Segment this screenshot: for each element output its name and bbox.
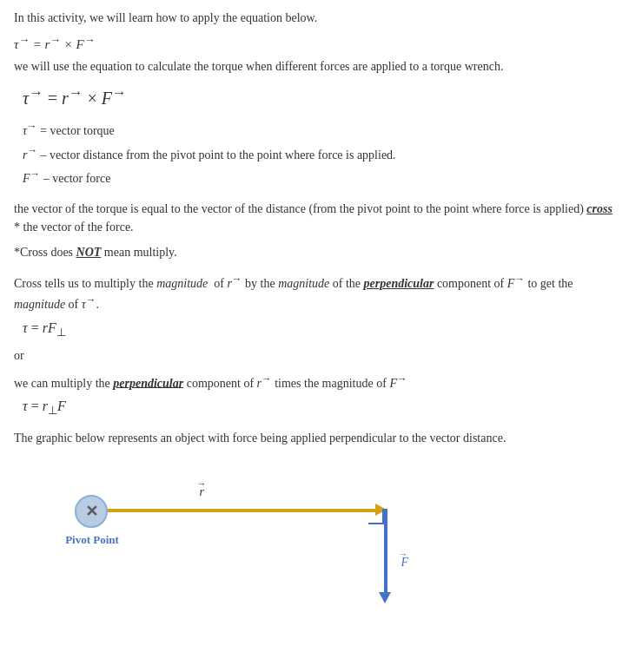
intro-equation: τ→ = r→ × F→ bbox=[14, 34, 615, 52]
diagram: → r ✕ Pivot Point → F bbox=[14, 464, 615, 621]
magnitude2: magnitude bbox=[278, 277, 329, 290]
f-vector-line bbox=[384, 509, 387, 596]
intro-line1: In this activity, we will learn how to a… bbox=[14, 9, 615, 27]
intro-line2: we will use the equation to calculate th… bbox=[14, 57, 615, 76]
we-can-text: we can multiply the perpendicular compon… bbox=[14, 372, 615, 392]
cross-word: cross bbox=[586, 202, 612, 215]
cross-tells: Cross tells us to multiply the magnitude… bbox=[14, 272, 615, 313]
main-equation: τ→ = r→ × F→ bbox=[23, 84, 615, 109]
perpendicular1: perpendicular bbox=[364, 277, 434, 290]
variable-list: τ→ = vector torque r→ – vector distance … bbox=[23, 117, 615, 190]
var-F: F→ – vector force bbox=[23, 165, 615, 189]
magnitude1: magnitude bbox=[156, 277, 208, 290]
r-vector-label: → r bbox=[196, 485, 204, 499]
magnitude3: magnitude bbox=[14, 298, 65, 311]
var-r: r→ – vector distance from the pivot poin… bbox=[23, 142, 615, 166]
explanation-text: the vector of the torque is equal to the… bbox=[14, 200, 615, 236]
pivot-circle: ✕ bbox=[75, 495, 108, 528]
var-tau: τ→ = vector torque bbox=[23, 117, 615, 142]
f-vector-label: → F bbox=[398, 556, 408, 570]
right-angle-indicator bbox=[368, 509, 384, 524]
or-text: or bbox=[14, 346, 615, 365]
r-vector-line bbox=[94, 509, 379, 512]
not-word: NOT bbox=[76, 246, 102, 259]
equation-3: τ = r⊥F bbox=[23, 399, 615, 418]
cross-note: *Cross does NOT mean multiply. bbox=[14, 243, 615, 261]
equation-2: τ = rF⊥ bbox=[23, 320, 615, 339]
pivot-label: Pivot Point bbox=[59, 533, 125, 547]
pivot-x-icon: ✕ bbox=[85, 502, 98, 521]
graphic-text: The graphic below represents an object w… bbox=[14, 429, 615, 447]
perpendicular2: perpendicular bbox=[113, 376, 183, 389]
f-vector-arrowhead bbox=[379, 592, 391, 603]
